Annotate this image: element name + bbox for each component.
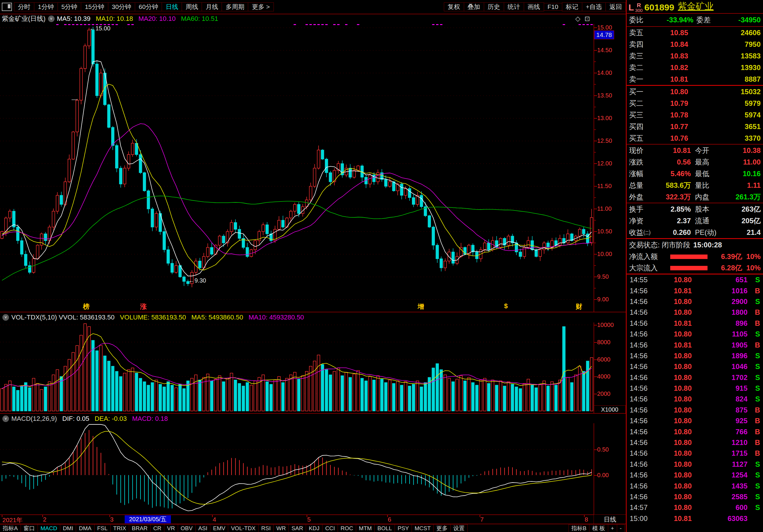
tick-price: 10.80 xyxy=(654,374,692,382)
menu-item-多周期[interactable]: 多周期 xyxy=(222,2,248,11)
tick-row: 14:5610.80766B xyxy=(627,426,763,437)
toolbar-item-CCI[interactable]: CCI xyxy=(322,524,338,532)
menu-item-分时[interactable]: 分时 xyxy=(14,2,34,11)
menu-item-画线[interactable]: 画线 xyxy=(524,2,544,11)
toolbar-item-ROC[interactable]: ROC xyxy=(338,524,356,532)
high-annotation: ←15.00 xyxy=(89,25,110,32)
toolbar-item-VOL-TDX[interactable]: VOL-TDX xyxy=(228,524,258,532)
menu-item-历史[interactable]: 历史 xyxy=(484,2,504,11)
bid-row-label: 买二 xyxy=(629,99,643,108)
menu-item-更多 >[interactable]: 更多 > xyxy=(248,2,273,11)
tick-price: 10.80 xyxy=(654,417,692,425)
tick-volume: 1905 xyxy=(692,341,747,349)
toolbar-item-模 板[interactable]: 模 板 xyxy=(589,524,608,532)
tick-row: 14:5610.801210B xyxy=(627,437,763,448)
toolbar-item-指标A[interactable]: 指标A xyxy=(0,524,21,532)
period-corner-label[interactable]: 日线 xyxy=(594,514,626,524)
menu-item-统计[interactable]: 统计 xyxy=(504,2,524,11)
stat-row: 外盘322.3万内盘261.3万 xyxy=(627,191,763,203)
weicha-label: 委差 xyxy=(697,15,711,25)
toolbar-item-CR[interactable]: CR xyxy=(150,524,164,532)
toolbar-item-RSI[interactable]: RSI xyxy=(258,524,274,532)
toolbar-item-FSL[interactable]: FSL xyxy=(94,524,111,532)
page-icon[interactable]: ⊡ xyxy=(585,15,590,23)
toolbar-item-ASI[interactable]: ASI xyxy=(195,524,211,532)
menu-item-1分钟[interactable]: 1分钟 xyxy=(34,2,58,11)
date-tick xyxy=(307,515,307,517)
axis-minitick xyxy=(594,84,596,85)
toolbar-item-SAR[interactable]: SAR xyxy=(288,524,306,532)
tick-time: 14:56 xyxy=(630,384,654,393)
toolbar-item-DMA[interactable]: DMA xyxy=(76,524,94,532)
menu-item-15分钟[interactable]: 15分钟 xyxy=(81,2,108,11)
ask-row-volume: 24606 xyxy=(688,29,761,37)
tick-row: 14:5610.801896S xyxy=(627,350,763,361)
weicha-value: -34950 xyxy=(711,16,761,24)
menu-item-+自选[interactable]: +自选 xyxy=(582,2,606,11)
selected-date-badge: 2021/03/05/五 xyxy=(125,515,171,523)
tdx-app: 分时1分钟5分钟15分钟30分钟60分钟日线周线月线多周期更多 > 复权叠加历史… xyxy=(0,0,763,532)
menu-item-30分钟[interactable]: 30分钟 xyxy=(108,2,135,11)
toolbar-item-EMV[interactable]: EMV xyxy=(210,524,228,532)
toolbar-item-TRIX[interactable]: TRIX xyxy=(110,524,129,532)
menu-item-周线[interactable]: 周线 xyxy=(182,2,202,11)
toolbar-item-KDJ[interactable]: KDJ xyxy=(306,524,322,532)
toolbar-item-BRAR[interactable]: BRAR xyxy=(129,524,151,532)
toolbar-item-更多[interactable]: 更多 xyxy=(433,524,451,532)
toolbar-item-+[interactable]: + xyxy=(608,524,617,532)
tick-flag: S xyxy=(747,460,760,469)
tick-price: 10.80 xyxy=(654,482,692,490)
toolbar-item-MACD[interactable]: MACD xyxy=(38,524,60,532)
toolbar-item--[interactable]: - xyxy=(617,524,625,532)
date-axis[interactable]: 2021年23456782021/03/05/五 xyxy=(0,514,594,524)
tick-list[interactable]: 14:5510.80651S14:5610.811016B14:5610.802… xyxy=(627,275,763,532)
toolbar-item-OBV[interactable]: OBV xyxy=(178,524,196,532)
collapse-chevron-icon[interactable]: ˅ xyxy=(2,314,9,321)
volume-header-label: MA10: 4593280.50 xyxy=(249,313,304,321)
window-icon[interactable] xyxy=(2,3,12,11)
toolbar-item-MCST[interactable]: MCST xyxy=(412,524,434,532)
date-tick xyxy=(42,515,43,517)
event-marker: 榜 xyxy=(83,302,89,311)
collapse-chevron-icon[interactable]: ˅ xyxy=(2,415,9,422)
price-axis-label: 13.00 xyxy=(597,115,612,122)
bid-row-volume: 15032 xyxy=(688,88,761,96)
menu-item-60分钟[interactable]: 60分钟 xyxy=(135,2,162,11)
toolbar-item-VR[interactable]: VR xyxy=(164,524,178,532)
diamond-icon[interactable]: ◇ xyxy=(575,15,581,23)
ask-row-volume: 8887 xyxy=(688,75,761,83)
market-flag-r: R xyxy=(637,2,641,8)
collapse-chevron-icon[interactable]: ˅ xyxy=(48,16,54,22)
tick-price: 10.80 xyxy=(654,330,692,338)
ask-row-volume: 13930 xyxy=(688,63,761,72)
menu-item-复权[interactable]: 复权 xyxy=(444,2,464,11)
menu-item-5分钟[interactable]: 5分钟 xyxy=(57,2,81,11)
menu-item-叠加[interactable]: 叠加 xyxy=(464,2,484,11)
stat-label: 内盘 xyxy=(695,192,721,202)
toolbar-item-PSY[interactable]: PSY xyxy=(394,524,412,532)
tick-flag: B xyxy=(747,308,760,316)
tick-row: 14:5610.80875B xyxy=(627,405,763,415)
macd-header-label: MACD: 0.18 xyxy=(132,415,168,423)
toolbar-item-MTM[interactable]: MTM xyxy=(356,524,375,532)
toolbar-item-BOLL[interactable]: BOLL xyxy=(374,524,395,532)
toolbar-item-指标B[interactable]: 指标B xyxy=(569,524,590,532)
toolbar-item-窗口[interactable]: 窗口 xyxy=(21,524,38,532)
stock-name[interactable]: 紫金矿业 xyxy=(678,0,713,13)
tick-time: 14:56 xyxy=(630,471,654,479)
tick-time: 14:56 xyxy=(630,330,654,338)
menu-item-月线[interactable]: 月线 xyxy=(202,2,222,11)
volume-chart[interactable] xyxy=(0,322,594,413)
toolbar-item-设置[interactable]: 设置 xyxy=(450,524,468,532)
menu-item-F10[interactable]: F10 xyxy=(544,3,562,11)
macd-chart[interactable] xyxy=(0,423,594,514)
toolbar-item-WR[interactable]: WR xyxy=(273,524,289,532)
toolbar-item-DMI[interactable]: DMI xyxy=(60,524,76,532)
menu-item-日线[interactable]: 日线 xyxy=(162,2,182,11)
bid-row-label: 买四 xyxy=(629,122,643,132)
tick-flag: B xyxy=(747,438,760,447)
menu-item-返回[interactable]: 返回 xyxy=(605,2,626,11)
main-chart[interactable] xyxy=(0,24,594,312)
tick-volume: 1046 xyxy=(692,362,747,371)
menu-item-标记[interactable]: 标记 xyxy=(562,2,582,11)
